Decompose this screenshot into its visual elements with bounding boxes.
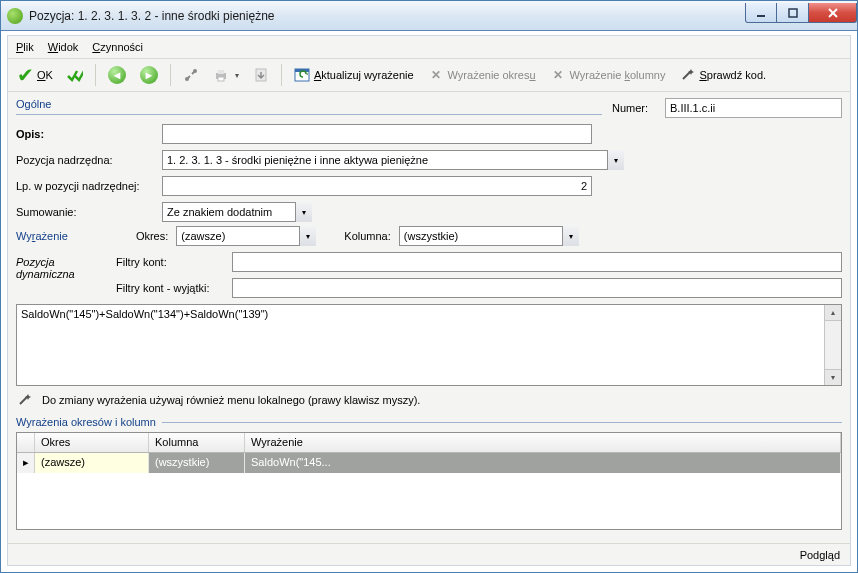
statusbar: Podgląd	[8, 543, 850, 565]
expressions-grid: Okres Kolumna Wyrażenie ▸ (zawsze) (wszy…	[16, 432, 842, 530]
nav-back-button[interactable]: ◄	[103, 62, 131, 88]
ok-button[interactable]: ✔ OK	[12, 62, 58, 88]
hint-text: Do zmiany wyrażenia używaj również menu …	[42, 394, 420, 406]
menubar: Plik Widok Czynności	[8, 36, 850, 58]
toolbar-separator	[281, 64, 282, 86]
col-kolumna[interactable]: Kolumna	[149, 433, 245, 452]
update-expression-button[interactable]: Aktualizuj wyrażenie	[289, 62, 419, 88]
kolumna-combo[interactable]	[399, 226, 579, 246]
svg-rect-7	[218, 70, 224, 74]
filtry-kont-wyj-input[interactable]	[232, 278, 842, 298]
numer-input[interactable]	[665, 98, 842, 118]
scrollbar[interactable]: ▴ ▾	[824, 305, 841, 385]
menu-file[interactable]: Plik	[16, 41, 34, 53]
numer-label: Numer:	[612, 102, 657, 114]
okres-combo[interactable]	[176, 226, 316, 246]
column-expression-button[interactable]: ✕ Wyrażenie kolumny	[545, 62, 671, 88]
export-button[interactable]	[248, 62, 274, 88]
dropdown-arrow-icon[interactable]: ▾	[562, 226, 579, 246]
scroll-up-icon[interactable]: ▴	[825, 305, 841, 321]
cell-okres[interactable]: (zawsze)	[35, 453, 149, 473]
lp-label: Lp. w pozycji nadrzędnej:	[16, 180, 156, 192]
dynamic-position-label: Pozycja dynamiczna	[16, 252, 106, 298]
dropdown-arrow-icon[interactable]: ▾	[607, 150, 624, 170]
export-icon	[253, 67, 269, 83]
period-expression-button[interactable]: ✕ Wyrażenie okresu	[423, 62, 541, 88]
wand-icon	[16, 392, 32, 408]
minimize-button[interactable]	[745, 3, 777, 23]
minimize-icon	[756, 8, 766, 18]
svg-point-5	[185, 77, 189, 81]
svg-point-4	[193, 69, 197, 73]
filtry-kont-wyj-label: Filtry kont - wyjątki:	[116, 282, 226, 294]
form-area: Ogólne Numer: Opis: Pozycja nadrzędna:	[8, 92, 850, 543]
general-legend: Ogólne	[16, 98, 51, 110]
cell-wyr[interactable]: SaldoWn("145...	[245, 453, 841, 473]
filtry-kont-input[interactable]	[232, 252, 842, 272]
sum-label: Sumowanie:	[16, 206, 156, 218]
expression-legend: Wyrażenie	[16, 230, 68, 242]
expression-editor: SaldoWn("145")+SaldoWn("134")+SaldoWn("1…	[16, 304, 842, 386]
maximize-icon	[788, 8, 798, 18]
refresh-table-icon	[294, 67, 310, 83]
tools-icon	[183, 67, 199, 83]
print-button[interactable]: ▾	[208, 62, 244, 88]
toolbar: ✔ OK ◄ ►	[8, 58, 850, 92]
close-button[interactable]	[809, 3, 857, 23]
dropdown-arrow-icon[interactable]: ▾	[295, 202, 312, 222]
col-wyrazenie[interactable]: Wyrażenie	[245, 433, 841, 452]
check-code-button[interactable]: Sprawdź kod.	[674, 62, 771, 88]
toolbar-separator	[170, 64, 171, 86]
maximize-button[interactable]	[777, 3, 809, 23]
close-icon	[827, 8, 839, 18]
table-row[interactable]: ▸ (zawsze) (wszystkie) SaldoWn("145...	[17, 453, 841, 473]
filtry-kont-label: Filtry kont:	[116, 256, 226, 268]
window: Pozycja: 1. 2. 3. 1. 3. 2 - inne środki …	[0, 0, 858, 573]
row-indicator-icon: ▸	[17, 453, 35, 473]
arrow-right-icon: ►	[140, 66, 158, 84]
col-okres[interactable]: Okres	[35, 433, 149, 452]
opis-label: Opis:	[16, 128, 156, 140]
check-double-icon	[67, 67, 83, 83]
apply-button[interactable]	[62, 62, 88, 88]
dropdown-arrow-icon: ▾	[235, 71, 239, 80]
printer-icon	[213, 67, 229, 83]
kolumna-label: Kolumna:	[344, 230, 390, 242]
menu-actions[interactable]: Czynności	[92, 41, 143, 53]
x-icon: ✕	[428, 67, 444, 83]
sum-combo[interactable]	[162, 202, 312, 222]
tools-button[interactable]	[178, 62, 204, 88]
svg-rect-8	[218, 77, 224, 81]
dropdown-arrow-icon[interactable]: ▾	[299, 226, 316, 246]
preview-link[interactable]: Podgląd	[800, 549, 840, 561]
parent-combo[interactable]	[162, 150, 624, 170]
svg-rect-1	[789, 9, 797, 17]
titlebar[interactable]: Pozycja: 1. 2. 3. 1. 3. 2 - inne środki …	[1, 1, 857, 31]
scroll-down-icon[interactable]: ▾	[825, 369, 841, 385]
app-icon	[7, 8, 23, 24]
lp-input[interactable]	[162, 176, 592, 196]
nav-forward-button[interactable]: ►	[135, 62, 163, 88]
opis-input[interactable]	[162, 124, 592, 144]
window-buttons	[745, 1, 857, 25]
okres-label: Okres:	[136, 230, 168, 242]
periods-legend: Wyrażenia okresów i kolumn	[16, 416, 156, 428]
expression-textarea[interactable]: SaldoWn("145")+SaldoWn("134")+SaldoWn("1…	[17, 305, 824, 385]
check-icon: ✔	[17, 67, 33, 83]
client-area: Plik Widok Czynności ✔ OK ◄	[7, 35, 851, 566]
parent-label: Pozycja nadrzędna:	[16, 154, 156, 166]
arrow-left-icon: ◄	[108, 66, 126, 84]
menu-view[interactable]: Widok	[48, 41, 79, 53]
x-icon: ✕	[550, 67, 566, 83]
toolbar-separator	[95, 64, 96, 86]
cell-kolumna[interactable]: (wszystkie)	[149, 453, 245, 473]
grid-corner	[17, 433, 35, 452]
wand-icon	[679, 67, 695, 83]
window-title: Pozycja: 1. 2. 3. 1. 3. 2 - inne środki …	[29, 9, 745, 23]
grid-header: Okres Kolumna Wyrażenie	[17, 433, 841, 453]
